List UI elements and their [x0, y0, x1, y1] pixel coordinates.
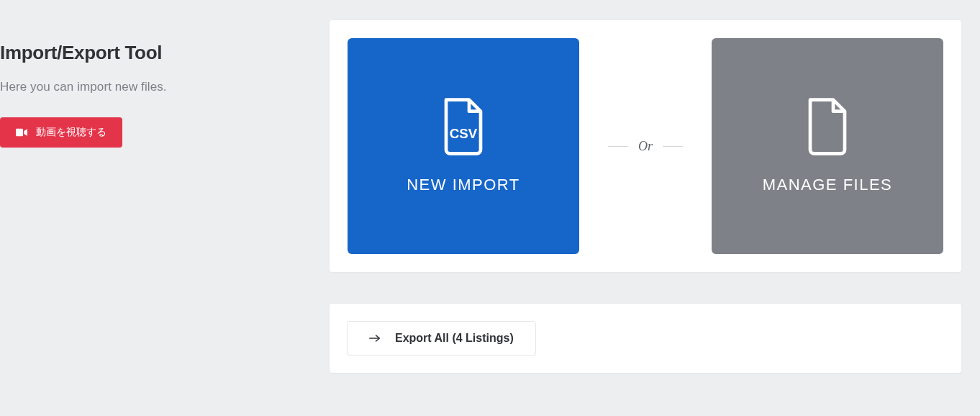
svg-text:CSV: CSV: [450, 126, 478, 141]
manage-files-label: MANAGE FILES: [763, 176, 893, 194]
export-all-label: Export All (4 Listings): [395, 332, 514, 345]
main-content: CSV NEW IMPORT Or MANAGE FILES: [330, 0, 980, 416]
arrow-right-icon: [369, 334, 381, 343]
separator-line-left: [608, 146, 628, 147]
or-separator: Or: [608, 139, 683, 154]
separator-line-right: [663, 146, 683, 147]
or-label: Or: [638, 139, 653, 154]
manage-files-tile[interactable]: MANAGE FILES: [712, 38, 943, 254]
page-title: Import/Export Tool: [0, 42, 330, 64]
video-camera-icon: [16, 128, 27, 137]
svg-rect-0: [16, 129, 23, 137]
watch-video-label: 動画を視聴する: [36, 126, 106, 139]
csv-file-icon: CSV: [440, 98, 486, 155]
sidebar: Import/Export Tool Here you can import n…: [0, 0, 330, 416]
export-card: Export All (4 Listings): [330, 304, 961, 373]
export-all-button[interactable]: Export All (4 Listings): [347, 321, 536, 356]
page-subtitle: Here you can import new files.: [0, 80, 330, 94]
file-icon: [804, 98, 850, 155]
new-import-label: NEW IMPORT: [407, 176, 520, 194]
import-options-card: CSV NEW IMPORT Or MANAGE FILES: [330, 20, 961, 272]
watch-video-button[interactable]: 動画を視聴する: [0, 117, 122, 148]
new-import-tile[interactable]: CSV NEW IMPORT: [348, 38, 579, 254]
